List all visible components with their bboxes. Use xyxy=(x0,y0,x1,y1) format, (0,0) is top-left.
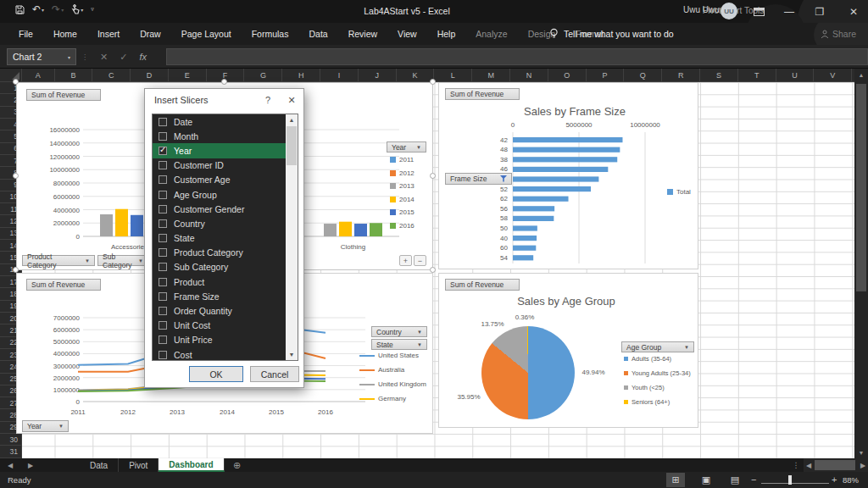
chart-selection-handle[interactable] xyxy=(221,79,227,85)
legend-item-2016[interactable]: 2016 xyxy=(390,222,415,230)
dialog-help-button[interactable]: ? xyxy=(256,95,280,105)
name-box-options-icon[interactable]: ⋮ xyxy=(81,53,88,61)
sheet-tab-pivot[interactable]: Pivot xyxy=(119,458,159,472)
column-header-J[interactable]: J xyxy=(359,69,397,82)
scroll-up-icon[interactable]: ▲ xyxy=(854,69,868,80)
select-all-corner[interactable] xyxy=(0,69,22,82)
ribbon-tab-file[interactable]: File xyxy=(8,29,43,39)
chart-sales-by-age-group[interactable]: Sales by Age Group49.94%35.95%13.75%0.36… xyxy=(438,273,698,428)
ribbon-tab-analyze[interactable]: Analyze xyxy=(465,29,517,39)
page-layout-view-button[interactable]: ▣ xyxy=(697,473,715,487)
name-box[interactable]: Chart 2 ▾ xyxy=(7,48,76,65)
zoom-slider-track[interactable] xyxy=(761,483,829,484)
chart-selection-handle[interactable] xyxy=(430,267,436,273)
column-header-N[interactable]: N xyxy=(510,69,548,82)
pie-plot[interactable] xyxy=(481,326,575,419)
name-box-dropdown-icon[interactable]: ▾ xyxy=(68,54,70,60)
legend-item-young-adults-25-34-[interactable]: Young Adults (25-34) xyxy=(624,369,691,377)
chart-selection-handle[interactable] xyxy=(13,267,19,273)
legend-item-2011[interactable]: 2011 xyxy=(390,156,414,164)
checkbox-icon[interactable] xyxy=(159,336,167,344)
checkbox-icon[interactable] xyxy=(159,175,167,184)
slicer-field-cost[interactable]: Cost xyxy=(153,347,286,361)
checkbox-icon[interactable] xyxy=(159,132,167,141)
checkbox-icon[interactable] xyxy=(159,307,167,315)
sheet-tab-dashboard[interactable]: Dashboard xyxy=(159,458,224,472)
slicer-field-sub-category[interactable]: Sub Category xyxy=(153,260,286,274)
zoom-percentage[interactable]: 88% xyxy=(843,475,859,485)
ribbon-tab-formulas[interactable]: Formulas xyxy=(242,29,299,39)
row-header-31[interactable]: 31 xyxy=(0,446,22,458)
redo-button[interactable]: ↷▾ xyxy=(52,3,64,15)
dialog-scroll-down-icon[interactable]: ▼ xyxy=(286,349,298,360)
scroll-right-icon[interactable]: ▶ xyxy=(858,462,868,469)
legend-item-adults-35-64-[interactable]: Adults (35-64) xyxy=(624,355,671,363)
row-header-30[interactable]: 30 xyxy=(0,434,22,446)
column-header-R[interactable]: R xyxy=(662,69,700,82)
zoom-in-button[interactable]: + xyxy=(832,474,837,485)
slicer-field-year[interactable]: Year xyxy=(153,143,286,158)
column-headers[interactable]: ABCDEFGHIJKLMNOPQRSTUV xyxy=(22,69,854,82)
vertical-scrollbar[interactable]: ▲ ▼ xyxy=(854,69,868,458)
cancel-button[interactable]: Cancel xyxy=(250,366,299,382)
ribbon-tab-home[interactable]: Home xyxy=(43,29,87,39)
sum-of-revenue-button[interactable]: Sum of Revenue xyxy=(26,279,101,291)
slicer-field-month[interactable]: Month xyxy=(153,129,286,143)
ribbon-tab-insert[interactable]: Insert xyxy=(87,29,130,39)
slicer-field-state[interactable]: State xyxy=(153,231,286,246)
chart-sales-by-frame-size[interactable]: Sales by Frame Size050000001000000042483… xyxy=(438,82,698,269)
column-header-U[interactable]: U xyxy=(776,69,815,82)
dialog-scroll-up-icon[interactable]: ▲ xyxy=(286,114,298,125)
legend-item-germany[interactable]: Germany xyxy=(359,395,406,402)
legend-item-total[interactable]: Total xyxy=(667,188,691,196)
checkbox-icon[interactable] xyxy=(159,321,167,330)
save-icon[interactable] xyxy=(15,5,25,14)
column-header-V[interactable]: V xyxy=(814,69,852,82)
customize-qat-icon[interactable]: ▿ xyxy=(91,6,94,13)
ribbon-tab-page-layout[interactable]: Page Layout xyxy=(171,29,242,39)
undo-button[interactable]: ↶▾ xyxy=(32,3,44,15)
zoom-slider-thumb[interactable] xyxy=(788,475,792,485)
slicer-field-customer-age[interactable]: Customer Age xyxy=(153,173,286,187)
legend-item-youth-25-[interactable]: Youth (<25) xyxy=(624,384,665,391)
slicer-field-frame-size[interactable]: Frame Size xyxy=(153,289,286,303)
share-button[interactable]: Share xyxy=(821,23,856,45)
checkbox-icon[interactable] xyxy=(159,278,167,286)
slicer-field-order-quantity[interactable]: Order Quantity xyxy=(153,303,286,318)
cancel-entry-icon[interactable]: ✕ xyxy=(100,52,108,63)
chart-selection-handle[interactable] xyxy=(430,79,436,85)
chart-selection-handle[interactable] xyxy=(13,173,19,179)
slicer-field-customer-id[interactable]: Customer ID xyxy=(153,158,286,173)
checkbox-icon[interactable] xyxy=(159,234,167,242)
checkbox-icon[interactable] xyxy=(159,219,167,228)
insert-function-icon[interactable]: fx xyxy=(139,52,147,62)
column-header-M[interactable]: M xyxy=(472,69,510,82)
checkbox-icon[interactable] xyxy=(159,248,167,257)
legend-item-2015[interactable]: 2015 xyxy=(390,208,415,216)
close-button[interactable]: ✕ xyxy=(841,0,866,23)
ok-button[interactable]: OK xyxy=(189,366,243,382)
slicer-field-age-group[interactable]: Age Group xyxy=(153,187,286,202)
product-category-filter-button[interactable]: Product Category▼ xyxy=(22,255,95,266)
scroll-down-icon[interactable]: ▼ xyxy=(854,446,868,458)
touch-mode-icon[interactable]: ▾ xyxy=(71,4,83,14)
dialog-close-button[interactable]: ✕ xyxy=(280,95,303,106)
slicer-field-customer-gender[interactable]: Customer Gender xyxy=(153,202,286,216)
page-break-view-button[interactable]: ▤ xyxy=(726,473,744,487)
sheet-nav-right-icon[interactable]: ▶ xyxy=(20,458,41,472)
scrollbar-splitter-icon[interactable]: ⋮ xyxy=(790,458,802,472)
sum-of-revenue-button[interactable]: Sum of Revenue xyxy=(26,89,101,101)
dialog-title-bar[interactable]: Insert Slicers ? ✕ xyxy=(145,89,303,111)
sum-of-revenue-button[interactable]: Sum of Revenue xyxy=(445,279,520,291)
checkbox-icon[interactable] xyxy=(159,263,167,271)
column-header-O[interactable]: O xyxy=(548,69,587,82)
column-header-E[interactable]: E xyxy=(169,69,207,82)
column-header-T[interactable]: T xyxy=(738,69,776,82)
checkbox-icon[interactable] xyxy=(159,351,167,359)
ribbon-display-options-icon[interactable] xyxy=(746,0,771,23)
ribbon-tab-review[interactable]: Review xyxy=(338,29,387,39)
slicer-field-unit-price[interactable]: Unit Price xyxy=(153,333,286,347)
chart-selection-handle[interactable] xyxy=(430,173,436,179)
column-header-G[interactable]: G xyxy=(244,69,282,82)
sum-of-revenue-button[interactable]: Sum of Revenue xyxy=(445,88,520,100)
